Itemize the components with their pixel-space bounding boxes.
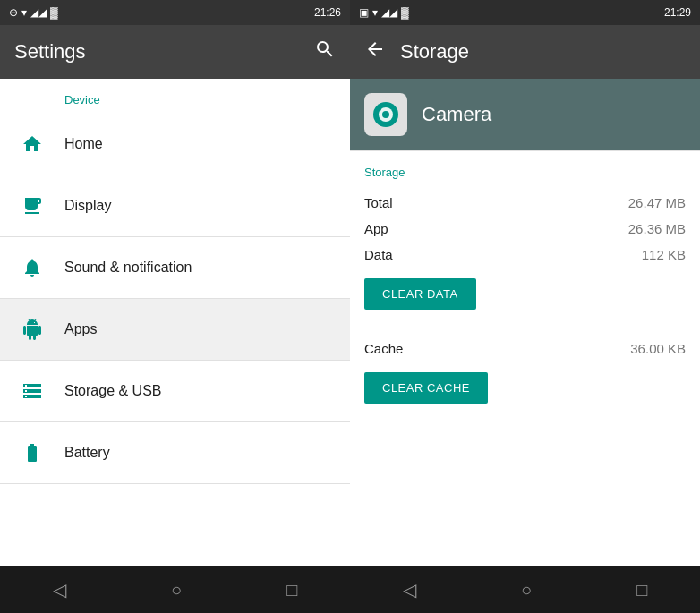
home-nav-icon-left[interactable]: ○: [171, 580, 182, 600]
settings-item-apps[interactable]: Apps: [0, 299, 350, 361]
clear-cache-button[interactable]: CLEAR CACHE: [364, 372, 488, 404]
battery-label: Battery: [64, 445, 110, 461]
nav-bar-right: ◁ ○ □: [350, 566, 700, 613]
notification-icon: ⊖: [9, 6, 18, 19]
signal-icon-right: ◢◢: [381, 6, 397, 19]
status-bar-right: ▣ ▾ ◢◢ ▓ 21:29: [350, 0, 700, 25]
storage-row-app: App 26.36 MB: [364, 216, 686, 242]
status-notifications-right: ▣ ▾ ◢◢ ▓: [359, 6, 409, 19]
wifi-icon-right: ▾: [372, 6, 378, 19]
display-icon: [14, 188, 50, 224]
sound-label: Sound & notification: [64, 260, 192, 276]
settings-title: Settings: [14, 40, 86, 64]
app-name: Camera: [422, 103, 491, 126]
total-label: Total: [364, 195, 393, 210]
settings-item-battery[interactable]: Battery: [0, 422, 350, 484]
back-button[interactable]: [364, 38, 386, 65]
storage-row-cache: Cache 36.00 KB: [364, 336, 686, 362]
home-label: Home: [64, 136, 103, 152]
storage-row-data: Data 112 KB: [364, 242, 686, 268]
time-display-left: 21:26: [314, 6, 341, 19]
storage-row-total: Total 26.47 MB: [364, 190, 686, 216]
status-bar-left: ⊖ ▾ ◢◢ ▓ 21:26: [0, 0, 350, 25]
app-value: 26.36 MB: [628, 221, 686, 236]
storage-label: Storage & USB: [64, 383, 162, 399]
settings-item-home[interactable]: Home: [0, 114, 350, 175]
storage-section-title: Storage: [364, 166, 686, 179]
cache-divider: [364, 328, 686, 328]
wifi-icon: ▾: [21, 6, 27, 19]
home-nav-icon-right[interactable]: ○: [521, 580, 532, 600]
storage-icon: [14, 373, 50, 409]
toolbar-left-group: Storage: [364, 38, 469, 65]
storage-toolbar: Storage: [350, 25, 700, 79]
storage-toolbar-title: Storage: [400, 40, 469, 64]
app-icon: [364, 93, 407, 136]
settings-panel: ⊖ ▾ ◢◢ ▓ 21:26 Settings Device Home: [0, 0, 350, 613]
status-notifications: ⊖ ▾ ◢◢ ▓: [9, 6, 58, 19]
data-value: 112 KB: [642, 247, 686, 262]
photo-notification-icon: ▣: [359, 6, 369, 19]
back-nav-icon-right[interactable]: ◁: [403, 579, 416, 600]
recent-nav-icon-left[interactable]: □: [286, 580, 297, 600]
device-section-header: Device: [0, 79, 350, 114]
storage-panel: ▣ ▾ ◢◢ ▓ 21:29 Storage: [350, 0, 700, 613]
back-nav-icon-left[interactable]: ◁: [53, 579, 66, 600]
status-time-right: 21:29: [664, 6, 691, 19]
settings-item-sound[interactable]: Sound & notification: [0, 237, 350, 299]
storage-content: Storage Total 26.47 MB App 26.36 MB Data…: [350, 151, 700, 566]
svg-point-4: [378, 107, 381, 111]
apps-label: Apps: [64, 321, 97, 337]
app-label: App: [364, 221, 388, 236]
settings-list: Device Home Display: [0, 79, 350, 566]
search-icon[interactable]: [314, 38, 336, 65]
settings-item-storage[interactable]: Storage & USB: [0, 361, 350, 422]
nav-bar-left: ◁ ○ □: [0, 566, 350, 613]
battery-icon: ▓: [50, 6, 58, 19]
battery-icon-right: ▓: [401, 6, 409, 19]
android-icon: [14, 311, 50, 347]
bell-icon: [14, 250, 50, 285]
display-label: Display: [64, 198, 111, 214]
cache-value: 36.00 KB: [630, 341, 686, 356]
settings-item-display[interactable]: Display: [0, 175, 350, 237]
data-label: Data: [364, 247, 393, 262]
app-header: Camera: [350, 79, 700, 151]
clear-data-button[interactable]: CLEAR DATA: [364, 278, 476, 310]
cache-label: Cache: [364, 341, 403, 356]
cache-section: Cache 36.00 KB CLEAR CACHE: [364, 336, 686, 414]
signal-icon: ◢◢: [30, 6, 47, 19]
home-icon: [14, 126, 50, 162]
battery-icon: [14, 435, 50, 471]
recent-nav-icon-right[interactable]: □: [636, 580, 647, 600]
settings-toolbar: Settings: [0, 25, 350, 79]
total-value: 26.47 MB: [628, 195, 686, 210]
status-time-left: 21:26: [314, 6, 341, 19]
time-display-right: 21:29: [664, 6, 691, 19]
svg-point-3: [382, 111, 389, 118]
